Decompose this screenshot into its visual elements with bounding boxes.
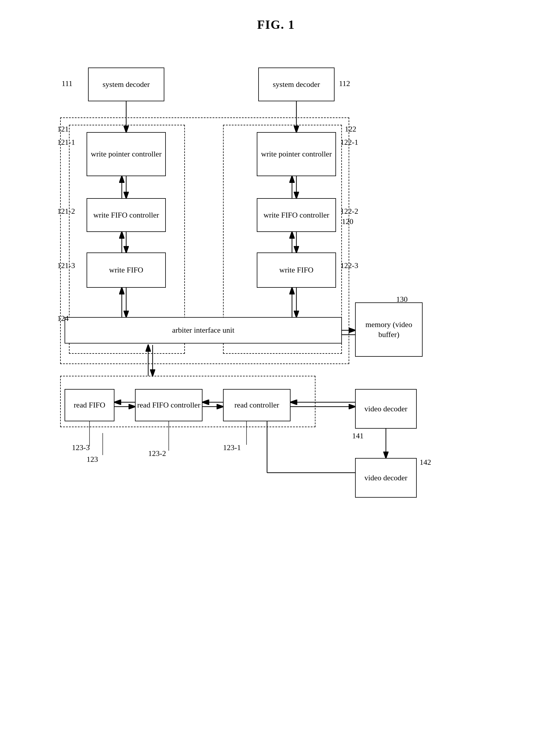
video-decoder-2-box: video decoder [355,458,417,498]
arbiter-interface-unit-box: arbiter interface unit [64,317,342,344]
ref-123-3: 123-3 [72,443,90,452]
ref-130: 130 [396,295,408,304]
ref-124: 124 [57,314,69,323]
write-fifo-controller-1-label: write FIFO controller [93,210,159,220]
ref-142: 142 [420,458,431,467]
ref-122-3: 122-3 [340,261,358,270]
ref-121: 121 [57,125,69,134]
page-title: FIG. 1 [0,0,552,32]
write-pointer-controller-1-box: write pointer controller [87,132,166,176]
read-controller-label: read controller [235,400,279,410]
ref-123: 123 [87,455,98,464]
ref-141: 141 [352,431,364,440]
write-fifo-controller-2-box: write FIFO controller [257,198,336,232]
write-fifo-2-box: write FIFO [257,252,336,288]
video-decoder-1-box: video decoder [355,389,417,429]
system-decoder-2-box: system decoder [258,68,334,101]
ref-112: 112 [339,79,350,88]
read-fifo-label: read FIFO [74,400,105,410]
arbiter-interface-unit-label: arbiter interface unit [172,325,234,335]
write-fifo-controller-2-label: write FIFO controller [264,210,329,220]
write-fifo-1-box: write FIFO [87,252,166,288]
read-fifo-controller-box: read FIFO controller [135,389,202,421]
write-fifo-2-label: write FIFO [279,265,313,275]
ref-122-2: 122-2 [340,207,358,216]
write-pointer-controller-2-label: write pointer controller [261,149,331,159]
system-decoder-1-label: system decoder [103,80,150,90]
diagram-container: system decoder 111 system decoder 112 12… [35,38,517,743]
ref-122: 122 [345,125,356,134]
write-pointer-controller-1-label: write pointer controller [91,149,161,159]
read-controller-box: read controller [223,389,290,421]
read-fifo-box: read FIFO [64,389,115,421]
video-decoder-2-label: video decoder [365,473,408,483]
ref-123-2: 123-2 [148,449,166,458]
memory-label: memory (video buffer) [356,320,422,340]
system-decoder-1-box: system decoder [88,68,164,101]
write-pointer-controller-2-box: write pointer controller [257,132,336,176]
ref-121-1: 121-1 [57,138,75,147]
ref-121-3: 121-3 [57,261,75,270]
memory-box: memory (video buffer) [355,302,423,357]
ref-122-1: 122-1 [340,138,358,147]
system-decoder-2-label: system decoder [273,80,320,90]
ref-123-1: 123-1 [223,443,241,452]
ref-111: 111 [61,79,73,88]
ref-121-2: 121-2 [57,207,75,216]
video-decoder-1-label: video decoder [365,404,408,414]
ref-120: 120 [342,217,353,226]
write-fifo-1-label: write FIFO [109,265,143,275]
read-fifo-controller-label: read FIFO controller [137,400,200,410]
write-fifo-controller-1-box: write FIFO controller [87,198,166,232]
